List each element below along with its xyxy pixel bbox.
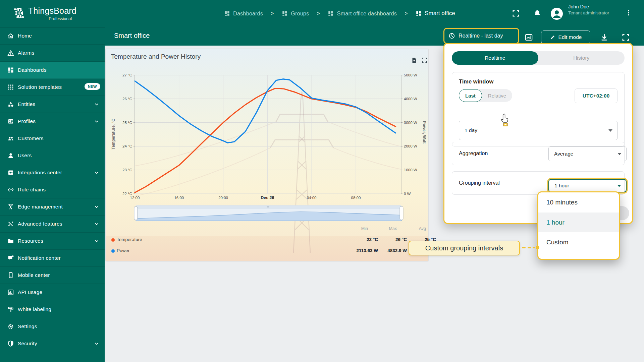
svg-text:Dec 26: Dec 26 bbox=[261, 195, 274, 200]
sidebar-item-advanced-features[interactable]: Advanced features bbox=[0, 216, 105, 233]
breadcrumb-item-2[interactable]: Groups bbox=[282, 10, 309, 17]
sidebar-item-label: Rule chains bbox=[18, 187, 46, 193]
sidebar-item-label: Dashboards bbox=[18, 67, 47, 73]
breadcrumb-item-1[interactable]: Dashboards bbox=[224, 10, 263, 17]
sidebar-item-label: Integrations center bbox=[18, 170, 62, 176]
callout-dash bbox=[522, 247, 526, 248]
toggle-last[interactable]: Last bbox=[459, 89, 482, 102]
advanced-icon bbox=[7, 221, 14, 227]
power-wires bbox=[135, 122, 401, 196]
widget-fullscreen-icon[interactable] bbox=[421, 57, 428, 63]
sidebar-item-settings[interactable]: Settings bbox=[0, 318, 105, 335]
timewindow-button[interactable]: Realtime - last day bbox=[443, 28, 519, 44]
user-role: Tenant administrator bbox=[568, 10, 609, 15]
export-file-icon[interactable] bbox=[411, 57, 417, 63]
sidebar-item-profiles[interactable]: Profiles bbox=[0, 113, 105, 130]
grouping-option-custom[interactable]: Custom bbox=[538, 232, 619, 252]
grouping-interval-label: Grouping interval bbox=[459, 180, 500, 186]
dashboards-icon bbox=[7, 67, 14, 73]
aggregation-select[interactable]: Average bbox=[548, 146, 627, 161]
svg-text:16:00: 16:00 bbox=[174, 196, 184, 200]
settings-icon bbox=[7, 323, 14, 330]
sidebar-item-label: Mobile center bbox=[18, 272, 50, 278]
time-window-heading: Time window bbox=[459, 78, 493, 85]
sidebar-item-users[interactable]: Users bbox=[0, 147, 105, 164]
sidebar-item-customers[interactable]: Customers bbox=[0, 130, 105, 147]
sidebar-item-label: API usage bbox=[18, 289, 42, 295]
pencil-icon bbox=[550, 35, 555, 40]
svg-text:26 °C: 26 °C bbox=[122, 97, 132, 101]
tab-realtime[interactable]: Realtime bbox=[452, 51, 538, 65]
legend-label[interactable]: Power bbox=[117, 248, 129, 253]
sidebar-item-home[interactable]: Home bbox=[0, 27, 105, 45]
sidebar-item-label: Users bbox=[18, 153, 32, 159]
sidebar-item-white-labeling[interactable]: White labeling bbox=[0, 301, 105, 318]
sidebar-item-label: Alarms bbox=[18, 50, 34, 56]
sidebar-item-resources[interactable]: Resources bbox=[0, 233, 105, 250]
image-gallery-icon[interactable] bbox=[525, 33, 533, 42]
thingsboard-logo-icon bbox=[12, 6, 26, 20]
chevron-down-icon bbox=[94, 238, 99, 244]
edit-mode-label: Edit mode bbox=[558, 34, 582, 40]
api-icon bbox=[7, 289, 14, 296]
legend-label[interactable]: Temperature bbox=[117, 237, 142, 242]
interval-value: 1 day bbox=[465, 127, 477, 133]
sidebar-item-api-usage[interactable]: API usage bbox=[0, 284, 105, 301]
legend-dot-power bbox=[111, 249, 115, 253]
svg-text:Temperature, °C: Temperature, °C bbox=[111, 119, 116, 149]
download-icon[interactable] bbox=[600, 33, 608, 42]
chevron-down-icon bbox=[617, 185, 621, 187]
edit-mode-button[interactable]: Edit mode bbox=[541, 31, 590, 44]
widget-title: Temperature and Power History bbox=[111, 53, 201, 60]
sidebar-item-label: Home bbox=[18, 33, 32, 39]
breadcrumb-separator: > bbox=[271, 11, 274, 16]
timezone-button[interactable]: UTC+02:00 bbox=[575, 88, 618, 103]
tab-history[interactable]: History bbox=[538, 51, 625, 65]
integrations-icon bbox=[7, 169, 14, 176]
chevron-down-icon bbox=[94, 341, 99, 346]
annotation-callout: Custom grouping intervals bbox=[409, 241, 520, 255]
sidebar-item-rule-chains[interactable]: Rule chains bbox=[0, 181, 105, 198]
chevron-down-icon bbox=[94, 119, 99, 124]
sidebar-item-security[interactable]: Security bbox=[0, 335, 105, 352]
svg-text:04:00: 04:00 bbox=[307, 196, 317, 200]
sidebar-item-dashboards[interactable]: Dashboards bbox=[0, 62, 105, 79]
rulechains-icon bbox=[7, 186, 14, 193]
sidebar-item-entities[interactable]: Entities bbox=[0, 96, 105, 113]
logo[interactable]: ThingsBoard Professional bbox=[0, 0, 105, 27]
sidebar-item-notification-center[interactable]: Notification center bbox=[0, 250, 105, 267]
sidebar-item-edge-management[interactable]: Edge management bbox=[0, 198, 105, 216]
toggle-relative[interactable]: Relative bbox=[482, 93, 512, 99]
breadcrumb-separator: > bbox=[317, 11, 320, 16]
sidebar-item-alarms[interactable]: Alarms bbox=[0, 45, 105, 62]
legend-dot-temperature bbox=[111, 238, 115, 242]
breadcrumb-label: Dashboards bbox=[233, 10, 263, 17]
dashboard-fullscreen-icon[interactable] bbox=[622, 33, 630, 42]
interval-select[interactable]: 1 day bbox=[459, 121, 618, 140]
fullscreen-icon[interactable] bbox=[512, 9, 520, 17]
more-menu-icon[interactable] bbox=[625, 9, 632, 17]
sidebar-item-solution-templates[interactable]: Solution templatesNEW bbox=[0, 79, 105, 96]
security-icon bbox=[7, 340, 14, 347]
avatar[interactable] bbox=[551, 8, 563, 20]
sidebar-item-label: Advanced features bbox=[18, 221, 62, 227]
breadcrumb-item-3[interactable]: Smart office dashboards bbox=[328, 10, 397, 17]
grouping-option-10-minutes[interactable]: 10 minutes bbox=[538, 192, 619, 213]
notifications-bell-icon[interactable] bbox=[533, 9, 541, 17]
sidebar-item-mobile-center[interactable]: Mobile center bbox=[0, 267, 105, 284]
svg-text:24 °C: 24 °C bbox=[122, 144, 132, 148]
grouping-option-1-hour[interactable]: 1 hour bbox=[538, 213, 619, 232]
thingsboard-app: Dashboards>Groups>Smart office dashboard… bbox=[0, 0, 644, 362]
sidebar-item-label: Security bbox=[18, 341, 37, 347]
alarm-icon bbox=[7, 50, 14, 56]
sidebar-item-label: Solution templates bbox=[18, 84, 62, 90]
svg-text:1000 W: 1000 W bbox=[404, 168, 417, 172]
sidebar-item-integrations-center[interactable]: Integrations center bbox=[0, 164, 105, 181]
legend-column-max: Max bbox=[370, 226, 397, 231]
breadcrumb-item-4[interactable]: Smart office bbox=[416, 10, 455, 17]
svg-text:23 °C: 23 °C bbox=[122, 168, 132, 172]
grouping-interval-select[interactable]: 1 hour bbox=[548, 179, 627, 192]
timewindow-label: Realtime - last day bbox=[459, 33, 503, 39]
chevron-down-icon bbox=[94, 204, 99, 209]
svg-text:3000 W: 3000 W bbox=[404, 121, 417, 125]
